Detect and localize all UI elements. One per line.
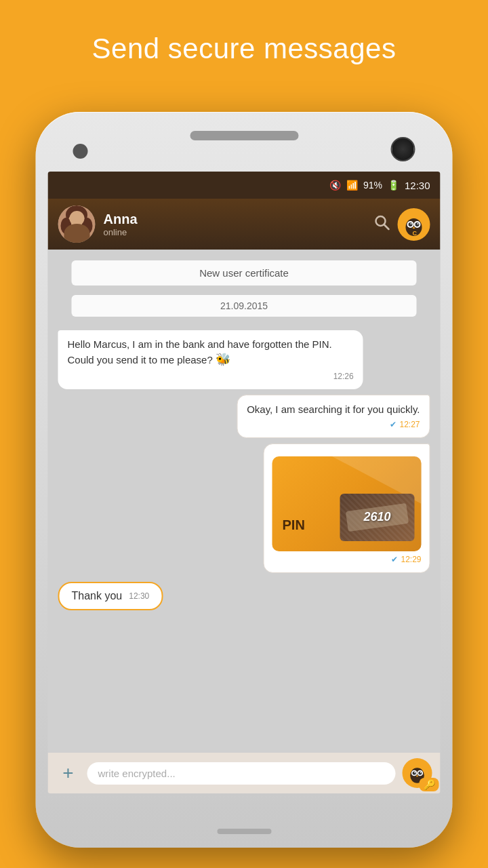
phone-screen: 🔇 📶 91% 🔋 12:30 (48, 172, 441, 793)
wifi-icon: 📶 (346, 180, 358, 191)
phone-speaker (190, 131, 298, 140)
phone-dot-left (73, 144, 88, 159)
input-bar: + write encrypted... (48, 753, 441, 793)
pin-card-graphic: 2610 (340, 494, 415, 541)
phone-shell: 🔇 📶 91% 🔋 12:30 (36, 112, 453, 848)
svg-text:C: C (413, 230, 418, 237)
check-icon-3: ✔ (391, 554, 398, 566)
pin-label: PIN (283, 515, 305, 534)
pin-number: 2610 (363, 509, 390, 526)
message-outgoing-3: PIN 2610 ✔ 12:29 (264, 443, 430, 573)
messages-area: Hello Marcus, I am in the bank and have … (58, 330, 430, 785)
message-thankyou: Thank you 12:30 (58, 582, 163, 610)
svg-point-25 (420, 772, 422, 773)
key-icon: 🔑 (420, 778, 439, 791)
phone-bottom-bar (217, 829, 271, 834)
send-button[interactable]: 🔑 (403, 758, 432, 788)
msg1-time: 12:26 (68, 371, 354, 382)
svg-point-3 (61, 218, 72, 234)
app-logo: C (398, 208, 430, 241)
chat-user-name: Anna (104, 212, 138, 227)
status-time: 12:30 (405, 180, 430, 191)
battery-percent: 91% (363, 180, 382, 191)
msg2-time: ✔ 12:27 (247, 419, 420, 431)
avatar-face (58, 205, 96, 243)
svg-point-23 (418, 771, 422, 774)
page-background: Send secure messages 🔇 📶 91% 🔋 12:30 (0, 0, 488, 868)
date-notification: 21.09.2015 (72, 295, 417, 317)
status-bar: 🔇 📶 91% 🔋 12:30 (48, 172, 441, 199)
chat-user-status: online (104, 227, 138, 237)
battery-icon: 🔋 (388, 180, 399, 191)
chat-header: Anna online (48, 199, 441, 250)
search-icon[interactable] (373, 214, 391, 235)
thankyou-time: 12:30 (129, 591, 149, 601)
text-input[interactable]: write encrypted... (87, 762, 396, 785)
chat-body: New user certificate 21.09.2015 Hello Ma… (48, 250, 441, 793)
msg1-emoji: 🐝 (216, 353, 230, 366)
msg3-time-val: 12:29 (401, 554, 421, 566)
svg-point-14 (411, 223, 412, 224)
message-outgoing-2: Okay, I am searching it for you quickly.… (237, 395, 430, 438)
msg3-time: ✔ 12:29 (272, 554, 422, 566)
svg-point-5 (62, 235, 92, 243)
input-placeholder: write encrypted... (98, 768, 176, 779)
chat-header-right: C (373, 208, 430, 241)
svg-point-4 (82, 218, 93, 234)
svg-point-15 (418, 223, 419, 224)
msg1-text: Hello Marcus, I am in the bank and have … (68, 337, 354, 368)
phone-camera (391, 137, 415, 161)
page-title: Send secure messages (0, 0, 488, 85)
svg-point-13 (415, 222, 420, 226)
message-incoming-1: Hello Marcus, I am in the bank and have … (58, 330, 363, 389)
svg-point-12 (409, 222, 413, 226)
thankyou-text: Thank you (72, 590, 123, 602)
svg-line-7 (384, 224, 389, 229)
plus-button[interactable]: + (56, 762, 81, 784)
phone-top (36, 112, 453, 176)
svg-point-22 (413, 771, 416, 774)
pin-card: PIN 2610 (272, 456, 422, 551)
mute-icon: 🔇 (329, 180, 341, 191)
chat-user-info: Anna online (104, 212, 138, 237)
svg-point-24 (414, 772, 415, 773)
msg2-text: Okay, I am searching it for you quickly. (247, 402, 420, 416)
avatar (58, 205, 96, 243)
check-icon-2: ✔ (390, 419, 396, 431)
msg2-time-val: 12:27 (399, 419, 420, 431)
chat-header-left: Anna online (58, 205, 138, 243)
cert-notification: New user certificate (72, 260, 417, 285)
